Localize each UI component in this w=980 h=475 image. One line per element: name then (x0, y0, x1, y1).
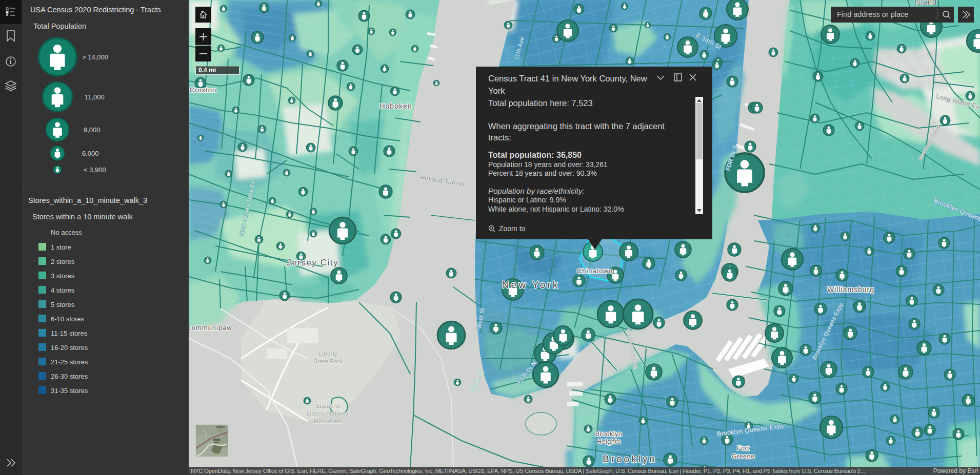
svg-text:Chinatown: Chinatown (577, 267, 613, 275)
svg-text:Liberty National: Liberty National (307, 410, 350, 417)
svg-text:Williamsburg: Williamsburg (827, 285, 874, 294)
svg-text:Monument: Monument (314, 418, 343, 424)
svg-text:Croxton: Croxton (190, 86, 217, 94)
svg-text:Statue of: Statue of (316, 403, 341, 409)
svg-text:Communipaw: Communipaw (189, 324, 232, 332)
svg-text:Heights: Heights (597, 438, 621, 445)
svg-text:State Park: State Park (314, 358, 343, 364)
svg-text:Fort: Fort (737, 445, 749, 452)
svg-text:Greene: Greene (732, 453, 755, 460)
svg-text:New York: New York (502, 279, 559, 290)
svg-text:Liberty: Liberty (319, 350, 338, 357)
svg-text:Brooklyn: Brooklyn (603, 453, 657, 464)
svg-text:Island: Island (914, 0, 936, 6)
svg-text:Hoboken: Hoboken (379, 102, 412, 110)
svg-text:Jersey City: Jersey City (287, 258, 338, 267)
svg-text:Brooklyn: Brooklyn (595, 430, 623, 438)
